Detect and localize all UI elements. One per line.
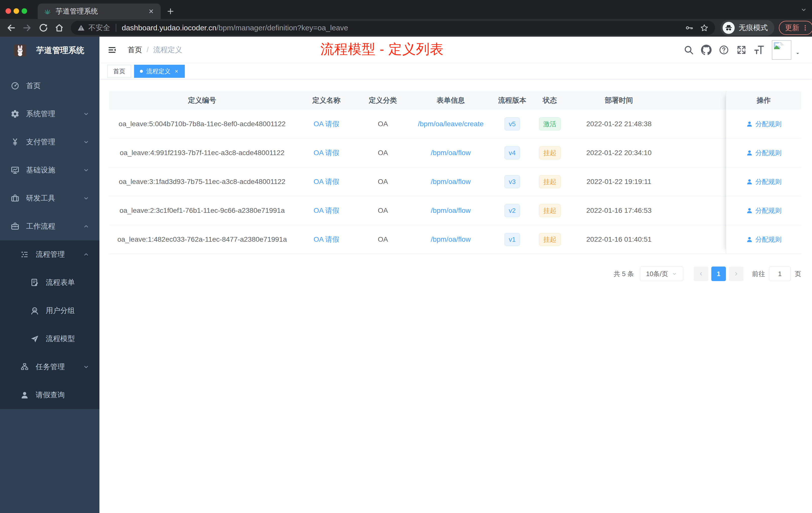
version-badge: v1	[504, 233, 520, 246]
sidebar-menu: 首页 系统管理 支付管理 基础设施 研发工具 工作流程 流程管理 流程表单 用户…	[0, 64, 99, 409]
pagination: 共 5 条 10条/页 1 前往 页	[109, 266, 801, 281]
page-annotation-title: 流程模型 - 定义列表	[320, 40, 444, 58]
column-header: 部署时间	[569, 91, 669, 110]
assign-rule-link[interactable]: 分配规则	[746, 206, 782, 215]
form-info-link[interactable]: /bpm/oa/flow	[431, 178, 471, 186]
assign-rule-link[interactable]: 分配规则	[746, 235, 782, 244]
version-badge: v2	[504, 204, 520, 217]
macos-zoom-button[interactable]	[22, 8, 27, 14]
breadcrumb-home[interactable]: 首页	[127, 45, 142, 55]
browser-tab[interactable]: 芋道管理系统	[38, 3, 161, 19]
sidebar-item-process-model[interactable]: 流程模型	[0, 325, 99, 353]
sidebar-item-workflow[interactable]: 工作流程	[0, 212, 99, 240]
goto-label: 前往	[752, 270, 765, 278]
assign-rule-link[interactable]: 分配规则	[746, 177, 782, 186]
prev-page-button[interactable]	[694, 267, 708, 281]
content-area: 首页 / 流程定义 流程模型 - 定义列表 首页	[99, 37, 812, 513]
browser-update-button[interactable]: 更新	[779, 21, 812, 35]
deploy-time-cell: 2022-01-22 21:48:38	[569, 110, 669, 138]
version-badge: v4	[504, 146, 520, 159]
table-header-row: 定义编号定义名称定义分类表单信息流程版本状态部署时间	[109, 91, 801, 110]
definition-name-link[interactable]: OA 请假	[314, 177, 340, 186]
search-icon[interactable]	[684, 45, 694, 55]
macos-minimize-button[interactable]	[13, 8, 19, 14]
github-icon[interactable]	[701, 45, 712, 55]
sidebar-item-dev-tools[interactable]: 研发工具	[0, 184, 99, 212]
column-header: 流程版本	[493, 91, 531, 110]
assign-rule-link[interactable]: 分配规则	[746, 149, 782, 157]
sidebar-item-process-management[interactable]: 流程管理	[0, 240, 99, 269]
tag-home-label: 首页	[113, 67, 125, 75]
deploy-time-cell: 2022-01-22 19:19:11	[569, 168, 669, 196]
form-info-link[interactable]: /bpm/oa/flow	[431, 207, 471, 215]
breadcrumb: 首页 / 流程定义	[127, 45, 182, 55]
sidebar: 芋道管理系统 首页 系统管理 支付管理 基础设施 研发工具 工作流程 流程管理 …	[0, 37, 99, 513]
sidebar-item-leave-query[interactable]: 请假查询	[0, 381, 99, 409]
form-info-link[interactable]: /bpm/oa/flow	[431, 235, 471, 243]
address-bar[interactable]: 不安全 dashboard.yudao.iocoder.cn/bpm/manag…	[71, 21, 715, 35]
user-avatar-broken-image[interactable]	[772, 40, 791, 60]
main-panel: 定义编号定义名称定义分类表单信息流程版本状态部署时间 oa_leave:5:00…	[99, 79, 812, 513]
chevron-down-icon	[83, 195, 89, 202]
page-number-button[interactable]: 1	[711, 267, 726, 281]
action-cell: 分配规则	[726, 196, 801, 225]
sidebar-item-payment-management[interactable]: 支付管理	[0, 128, 99, 156]
status-badge: 挂起	[539, 204, 561, 217]
browser-forward-button[interactable]	[22, 23, 32, 33]
browser-reload-button[interactable]	[38, 23, 48, 33]
sidebar-item-infrastructure[interactable]: 基础设施	[0, 156, 99, 184]
sidebar-item-process-form[interactable]: 流程表单	[0, 269, 99, 297]
paper-plane-icon	[30, 334, 39, 343]
browser-menu-dots-icon[interactable]	[802, 24, 809, 32]
form-info-link[interactable]: /bpm/oa/leave/create	[418, 120, 484, 128]
prev-page-icon	[698, 271, 704, 277]
page-unit-label: 页	[795, 270, 801, 278]
form-info-link[interactable]: /bpm/oa/flow	[431, 149, 471, 157]
definition-category-cell: OA	[358, 110, 408, 138]
chevron-down-icon	[83, 111, 89, 117]
browser-back-button[interactable]	[6, 23, 16, 33]
org-tree-icon	[20, 362, 29, 371]
tag-home[interactable]: 首页	[108, 65, 131, 78]
sidebar-item-system-management[interactable]: 系统管理	[0, 100, 99, 128]
goto-page-input[interactable]	[769, 267, 791, 281]
next-page-button[interactable]	[729, 267, 744, 281]
list-tree-icon	[20, 250, 29, 259]
assign-rule-link[interactable]: 分配规则	[746, 120, 782, 128]
definition-name-link[interactable]: OA 请假	[314, 206, 340, 215]
macos-close-button[interactable]	[5, 8, 11, 14]
column-header: 定义分类	[358, 91, 408, 110]
form-edit-icon	[30, 278, 39, 287]
user-menu-caret-icon[interactable]	[795, 51, 801, 56]
sidebar-item-user-group[interactable]: 用户分组	[0, 297, 99, 325]
password-key-icon[interactable]	[685, 24, 694, 32]
tag-close-icon[interactable]	[174, 69, 179, 74]
new-tab-button[interactable]	[166, 7, 175, 16]
help-icon[interactable]	[719, 45, 729, 55]
tag-process-definition[interactable]: 流程定义	[134, 65, 185, 78]
definition-name-link[interactable]: OA 请假	[314, 119, 340, 129]
action-cell: 分配规则	[726, 139, 801, 168]
fullscreen-icon[interactable]	[736, 45, 747, 55]
browser-home-button[interactable]	[54, 23, 64, 33]
sidebar-item-task-management[interactable]: 任务管理	[0, 353, 99, 381]
sidebar-item-home[interactable]: 首页	[0, 72, 99, 100]
action-column-header: 操作	[726, 91, 801, 110]
incognito-icon	[723, 22, 735, 34]
tab-close-icon[interactable]	[148, 8, 155, 15]
font-size-icon[interactable]	[754, 45, 764, 55]
chevron-down-icon	[83, 167, 89, 174]
page-size-select[interactable]: 10条/页	[640, 267, 683, 281]
assign-user-icon	[746, 120, 753, 127]
table-row: oa_leave:3:1fad3d93-7b75-11ec-a3c8-acde4…	[109, 168, 801, 196]
definition-name-link[interactable]: OA 请假	[314, 235, 340, 244]
sidebar-logo[interactable]: 芋道管理系统	[0, 37, 99, 64]
bookmark-star-icon[interactable]	[700, 24, 708, 32]
definition-name-link[interactable]: OA 请假	[314, 148, 340, 158]
table-row: oa_leave:4:991f2193-7b7f-11ec-a3c8-acde4…	[109, 139, 801, 168]
tab-search-caret-icon[interactable]	[801, 6, 807, 13]
security-warning-icon[interactable]	[77, 24, 85, 32]
briefcase-icon	[10, 222, 20, 231]
sidebar-toggle-hamburger-icon[interactable]	[108, 46, 116, 55]
person-icon	[20, 391, 29, 399]
